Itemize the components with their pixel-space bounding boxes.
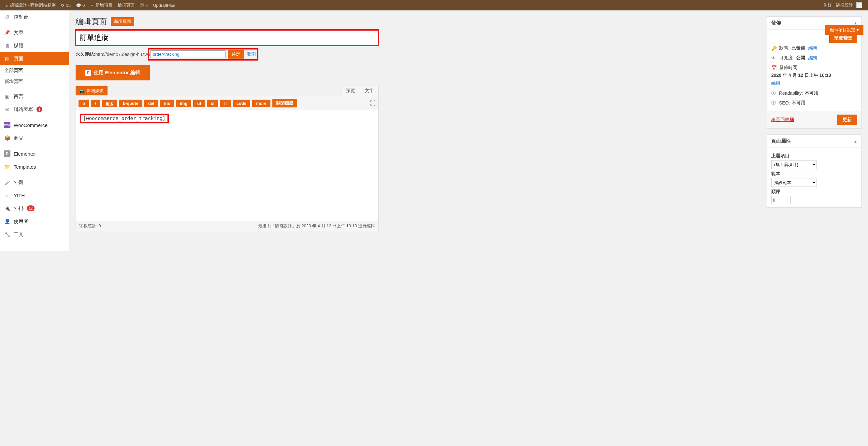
sidebar-item-products[interactable]: 📦商品 [0,132,69,144]
toggle-icon[interactable]: ▲ [854,21,857,25]
sidebar-item-yith[interactable]: yYITH [0,189,69,202]
qt-italic-button[interactable]: i [91,100,100,107]
published-label: 發佈時間: [779,65,799,71]
sidebar-item-label: Templates [14,164,36,170]
update-button[interactable]: 更新 [837,114,857,125]
sidebar-item-elementor[interactable]: EElementor [0,147,69,160]
qt-img-button[interactable]: img [176,100,191,107]
editor-tab-visual[interactable]: 預覽 [341,86,360,96]
notification-badge: 12 [27,205,34,211]
permalink-cancel-link[interactable]: 取消 [247,52,256,57]
qt-ins-button[interactable]: ins [160,100,174,107]
sidebar-item-plugins[interactable]: 🔌外掛 12 [0,202,69,215]
quicktags-toolbar: b i link b-quote del ins img ul ol li co… [75,96,379,110]
comments-link[interactable]: 💬 0 [73,0,87,10]
new-content-label: 新增項目 [95,2,113,8]
permalink-edit-group: / 確定 取消 [148,48,258,61]
box-icon: 📦 [4,135,10,141]
site-home-link[interactable]: ⌂ 鵠崙設計 - 購物網站範例 [3,0,58,10]
visibility-value: 公開 [796,55,805,61]
yoast-icon: Ⓨ [771,100,777,106]
sidebar-item-label: 聯絡表單 [14,106,33,113]
sidebar-subitem-all-pages[interactable]: 全部頁面 [0,65,69,76]
qt-ol-button[interactable]: ol [207,100,219,107]
updates-link[interactable]: ⟳ 15 [58,0,73,10]
sidebar-item-woocommerce[interactable]: wooWooCommerce [0,118,69,132]
sidebar-item-pages[interactable]: ▤頁面 [0,52,69,65]
editor-tab-text[interactable]: 文字 [360,86,378,96]
chat-icon: ▣ [4,93,10,100]
last-edited: 最後由「鵠崙設計」於 2020 年 4 月 12 日上午 10:13 進行編輯 [258,223,375,229]
sidebar-item-label: 頁面 [14,56,24,62]
qt-bold-button[interactable]: b [79,100,89,107]
wordcount-value: 0 [98,223,101,228]
edit-status-link[interactable]: 編輯 [808,45,817,51]
fullscreen-icon[interactable]: ⛶ [370,100,376,107]
qt-del-button[interactable]: del [144,100,158,107]
status-label: 狀態: [779,45,789,51]
wordcount-label: 字數統計: [79,223,98,228]
sidebar-item-appearance[interactable]: 🖌外觀 [0,176,69,189]
refresh-icon: ⟳ [61,3,64,8]
page-icon: ▤ [4,55,10,62]
sidebar-item-posts[interactable]: 📌文章 [0,26,69,39]
edit-with-elementor-button[interactable]: E 使用 Elementor 編輯 [75,65,150,80]
parent-page-select[interactable]: (無上層項目) [771,160,817,169]
sidebar-item-label: 外觀 [14,179,24,185]
sidebar-item-tools[interactable]: 🔧工具 [0,228,69,241]
pin-icon: 📌 [4,29,10,36]
sidebar-item-label: 媒體 [14,43,24,49]
qt-blockquote-button[interactable]: b-quote [119,100,143,107]
status-value: 已發佈 [792,45,805,51]
qt-code-button[interactable]: code [232,100,250,107]
seo-value: 不可用 [792,100,805,106]
add-new-page-button[interactable]: 新增頁面 [111,17,134,26]
page-title-input[interactable] [75,30,379,45]
menu-order-input[interactable] [771,196,791,204]
readability-label: Readability: [779,91,803,96]
sidebar-item-label: 使用者 [14,218,28,225]
qt-more-button[interactable]: more [252,100,271,107]
page-heading: 編輯頁面 [75,16,107,27]
sidebar-item-dashboard[interactable]: ⏱控制台 [0,10,69,24]
sidebar-item-users[interactable]: 👤使用者 [0,215,69,228]
qt-close-tags-button[interactable]: 關閉標籤 [272,99,297,107]
comment-icon: 💬 [76,3,81,8]
attributes-title: 頁面屬性 [771,138,791,144]
sidebar-item-contact[interactable]: ✉聯絡表單 1 [0,103,69,116]
permalink-ok-button[interactable]: 確定 [228,50,244,59]
toggle-icon[interactable]: ▲ [854,139,857,143]
sidebar-item-templates[interactable]: 📁Templates [0,160,69,173]
sidebar-subitem-new-page[interactable]: 新增頁面 [0,76,69,87]
new-content-link[interactable]: ＋ 新增項目 [87,0,115,10]
calendar-icon: 📅 [771,65,777,70]
qt-link-button[interactable]: link [102,100,117,107]
elementor-icon: E [4,150,10,157]
permalink-slug-input[interactable] [151,50,225,58]
sidebar-item-label: WooCommerce [14,123,48,128]
move-to-trash-link[interactable]: 移至回收桶 [771,117,794,123]
sidebar-item-media[interactable]: 🎛媒體 [0,39,69,52]
order-label: 順序 [771,187,857,196]
sidebar-item-label: 外掛 [14,205,24,212]
admin-toolbar: ⌂ 鵠崙設計 - 購物網站範例 ⟳ 15 💬 0 ＋ 新增項目 檢視頁面 Ⓨ ●… [0,0,868,10]
edit-date-link[interactable]: 編輯 [771,80,780,85]
edit-visibility-link[interactable]: 編輯 [808,55,817,61]
seo-label: SEO: [779,100,790,105]
my-account[interactable]: 你好，鵠崙設計 [821,0,865,10]
template-select[interactable]: 預設範本 [771,178,817,187]
permalink-base: http://demo7.design-hu.tw [95,52,148,57]
yoast-link[interactable]: Ⓨ ● [137,0,151,10]
folder-icon: 📁 [4,164,10,170]
qt-li-button[interactable]: li [220,100,230,107]
add-media-button[interactable]: 📷 新增媒體 [75,86,107,95]
view-page-link[interactable]: 檢視頁面 [115,0,137,10]
admin-sidebar: ⏱控制台 📌文章 🎛媒體 ▤頁面 全部頁面 新增頁面 ▣留言 ✉聯絡表單 1 w… [0,10,69,251]
sidebar-item-comments[interactable]: ▣留言 [0,90,69,103]
screen-options-button[interactable]: 顯示項目設定 [825,25,863,35]
updraft-link[interactable]: UpdraftPlus [151,0,178,10]
wrench-icon: 🔧 [4,231,10,238]
home-icon: ⌂ [6,3,8,8]
content-editor[interactable]: [woocommerce_order_tracking] [75,110,379,221]
qt-ul-button[interactable]: ul [193,100,205,107]
